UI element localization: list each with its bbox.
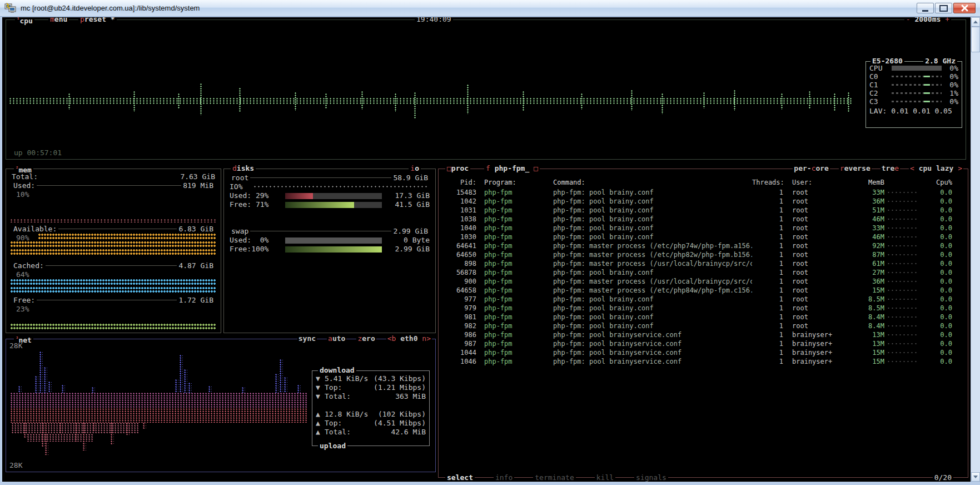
- interval-control[interactable]: - 2000ms +: [904, 17, 951, 24]
- sort-prev-icon[interactable]: <: [910, 164, 914, 172]
- process-row[interactable]: 64658php-fpmphp-fpm: master process (/et…: [440, 286, 967, 295]
- reverse-toggle[interactable]: reverse: [839, 164, 872, 173]
- process-row[interactable]: 1046php-fpmphp-fpm: pool brainyservice.c…: [440, 357, 967, 366]
- per-core-toggle[interactable]: per-core: [793, 164, 830, 173]
- disk-swap-free-row: Free:100%2.99 GiB: [230, 245, 430, 254]
- scrollbar-thumb[interactable]: [971, 27, 980, 52]
- upload-column: [126, 423, 130, 435]
- kill-button[interactable]: kill: [595, 473, 615, 482]
- filter-control[interactable]: f php-fpm_ □: [484, 164, 540, 173]
- disks-box-label: isks: [237, 164, 254, 172]
- process-row[interactable]: 982php-fpmphp-fpm: pool brainy.conf1root…: [440, 321, 967, 330]
- process-row[interactable]: 977php-fpmphp-fpm: pool brainy.conf1root…: [440, 295, 967, 304]
- auto-toggle[interactable]: auto: [327, 334, 346, 343]
- sort-selector[interactable]: < cpu lazy >: [909, 164, 963, 173]
- process-row[interactable]: 1040php-fpmphp-fpm: pool brainy.conf1roo…: [440, 224, 967, 232]
- interval-minus-button[interactable]: -: [906, 17, 911, 23]
- interval-plus-button[interactable]: +: [945, 17, 949, 23]
- process-row[interactable]: 15483php-fpmphp-fpm: pool brainy.conf1ro…: [440, 188, 967, 197]
- cell-cpu: 0.0: [919, 277, 967, 286]
- net-traffic-graph: [11, 345, 311, 465]
- cell-cpu: 0.0: [919, 224, 967, 232]
- mem-cached-graph: [11, 279, 216, 286]
- title-bar[interactable]: mc [root@ub24.itdeveloper.com.ua]:/lib/s…: [0, 0, 980, 17]
- download-column: [188, 383, 192, 393]
- mem-used-pct: 10%: [12, 190, 215, 199]
- scroll-down-icon: [973, 476, 978, 478]
- process-row[interactable]: 987php-fpmphp-fpm: pool brainyservice.co…: [440, 339, 967, 348]
- select-button[interactable]: select: [445, 473, 475, 482]
- cell-pid: 56878: [440, 268, 476, 277]
- process-row[interactable]: 1030php-fpmphp-fpm: pool brainy.conf1roo…: [440, 232, 967, 241]
- cell-mem: 15M: [853, 357, 884, 366]
- cpu-graph-spike: [467, 85, 470, 114]
- cell-program: php-fpm: [476, 268, 550, 277]
- process-row[interactable]: 56878php-fpmphp-fpm: pool brainy.conf1ro…: [440, 268, 967, 277]
- process-row[interactable]: 986php-fpmphp-fpm: pool brainyservice.co…: [440, 330, 967, 339]
- mem-dots: [888, 343, 917, 345]
- scrollbar[interactable]: [971, 17, 980, 482]
- process-row[interactable]: 64650php-fpmphp-fpm: master process (/et…: [440, 250, 967, 259]
- disks-box-title[interactable]: disks: [231, 164, 256, 173]
- download-column: [44, 367, 47, 393]
- cell-command: php-fpm: master process (/usr/local/brai…: [550, 277, 752, 286]
- mem-dots: [888, 352, 917, 354]
- process-row[interactable]: 898php-fpmphp-fpm: master process (/usr/…: [440, 259, 967, 268]
- upload-column: [75, 423, 78, 442]
- filter-clear-icon[interactable]: □: [534, 164, 538, 172]
- interface-selector[interactable]: <b eth0 n>: [386, 334, 432, 343]
- maximize-button[interactable]: [935, 3, 952, 13]
- process-row[interactable]: 1044php-fpmphp-fpm: pool brainyservice.c…: [440, 348, 967, 357]
- iface-next-icon[interactable]: n>: [422, 334, 431, 343]
- process-row[interactable]: 900php-fpmphp-fpm: master process (/usr/…: [440, 277, 967, 286]
- process-row[interactable]: 1042php-fpmphp-fpm: pool brainy.conf1roo…: [440, 197, 967, 206]
- cpu-graph-spike: [414, 92, 417, 118]
- cell-command: php-fpm: pool brainy.conf: [550, 295, 752, 304]
- cell-pid: 982: [440, 321, 476, 330]
- cell-pid: 64641: [440, 241, 476, 250]
- download-top-row: ▼Top:(1.21 Mibps): [316, 383, 426, 392]
- mem-dots: [888, 280, 917, 283]
- tree-toggle[interactable]: tree: [880, 164, 900, 173]
- cell-mem: 15M: [853, 286, 884, 295]
- proc-box-title[interactable]: □proc: [445, 164, 470, 173]
- cpu-graph-spike: [523, 91, 525, 111]
- signals-button[interactable]: signals: [634, 473, 668, 482]
- sort-next-icon[interactable]: >: [958, 164, 962, 172]
- download-column: [184, 369, 187, 393]
- filter-input[interactable]: php-fpm_: [490, 164, 534, 172]
- io-toggle[interactable]: io: [409, 164, 421, 173]
- close-button[interactable]: [953, 3, 976, 13]
- cpu-graph-spike: [295, 92, 297, 111]
- info-button[interactable]: info: [494, 473, 514, 482]
- proc-header-row: Pid: Program: Command: Threads: User: Me…: [440, 178, 967, 187]
- cell-user: brainyser+: [783, 357, 853, 366]
- cpu-box-title[interactable]: ¹cpu: [15, 17, 34, 26]
- cell-program: php-fpm: [476, 206, 550, 215]
- cell-mem: 36M: [853, 277, 884, 286]
- cell-program: php-fpm: [476, 321, 550, 330]
- cell-user: root: [783, 197, 853, 206]
- zero-toggle[interactable]: zero: [356, 334, 376, 343]
- terminate-button[interactable]: terminate: [533, 473, 575, 482]
- preset-button[interactable]: preset *: [78, 17, 117, 24]
- menu-button[interactable]: menu: [48, 17, 69, 24]
- scroll-down-button[interactable]: [971, 472, 980, 482]
- process-row[interactable]: 64641php-fpmphp-fpm: master process (/et…: [440, 241, 967, 250]
- sort-field: cpu lazy: [914, 164, 958, 172]
- up-arrow-icon: ▲: [316, 419, 325, 428]
- minimize-button[interactable]: [917, 3, 934, 13]
- process-row[interactable]: 1031php-fpmphp-fpm: pool brainy.conf1roo…: [440, 206, 967, 215]
- process-row[interactable]: 979php-fpmphp-fpm: pool brainy.conf1root…: [440, 304, 967, 313]
- cpu-box: ¹cpu menu preset * 19:40:09 - 2000ms + E…: [6, 19, 966, 160]
- sync-toggle[interactable]: sync: [297, 334, 317, 343]
- process-row[interactable]: 981php-fpmphp-fpm: pool brainy.conf1root…: [440, 313, 967, 321]
- process-row[interactable]: 1038php-fpmphp-fpm: pool brainy.conf1roo…: [440, 215, 967, 224]
- download-column: [208, 386, 212, 393]
- download-speed-row: ▼5.41 KiB/s(43.3 Kibps): [316, 374, 426, 383]
- mem-available-graph: [11, 249, 216, 256]
- scroll-up-button[interactable]: [971, 17, 980, 27]
- cell-cpu: 0.0: [919, 215, 967, 224]
- cell-cpu: 0.0: [919, 321, 967, 330]
- iface-prev-icon[interactable]: <b: [387, 334, 396, 343]
